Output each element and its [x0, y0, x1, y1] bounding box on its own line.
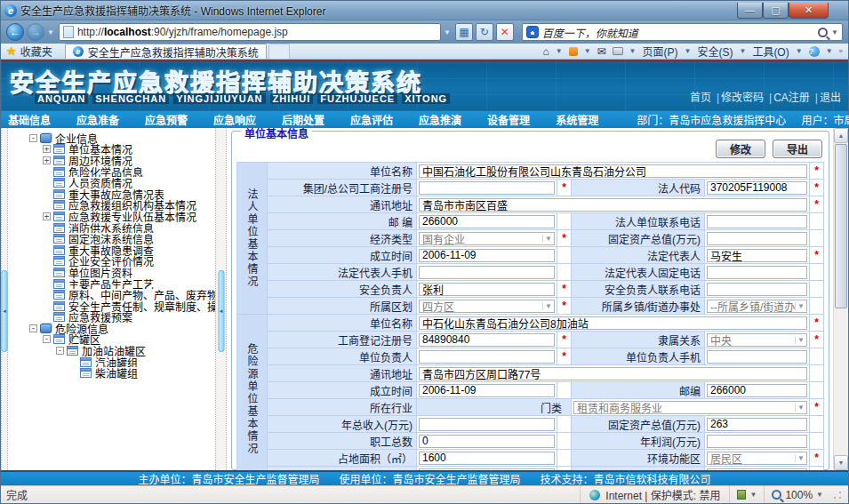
close-button[interactable]: ✕	[789, 3, 829, 19]
field-input[interactable]: 370205F119008	[707, 181, 807, 195]
tree-item[interactable]: +单位基本情况	[8, 144, 215, 156]
field-input[interactable]: 1600	[419, 452, 555, 465]
field-input[interactable]: 266000	[419, 215, 555, 228]
maximize-button[interactable]: ▢	[763, 3, 789, 19]
menu-item[interactable]: 应急预警	[145, 112, 188, 127]
forward-button[interactable]: →	[27, 23, 44, 41]
field-select[interactable]: 国有企业▼	[419, 232, 555, 245]
tree-toggle-icon[interactable]: +	[43, 145, 51, 153]
field-input[interactable]	[707, 232, 807, 245]
nav-history-dropdown-icon[interactable]: ▼	[47, 28, 54, 36]
header-link-2[interactable]: 修改密码	[721, 92, 764, 104]
field-select[interactable]: --所属乡镇/街道办事处--▼	[707, 300, 807, 313]
tree-item[interactable]: +应急救援专业队伍基本情况	[8, 211, 215, 222]
tree-item[interactable]: 消防供水系统信息	[8, 222, 215, 234]
tree-item[interactable]: 柴油罐组	[8, 367, 215, 379]
stop-icon[interactable]: ✕	[496, 23, 514, 41]
field-input[interactable]	[419, 418, 555, 431]
tree-item[interactable]: 危险化学品信息	[8, 166, 215, 178]
tree-item[interactable]: 汽油罐组	[8, 356, 215, 368]
menu-item[interactable]: 后期处置	[282, 112, 324, 127]
tree-item[interactable]: 原料、中间产物、产品、废弃物信息	[8, 289, 215, 300]
field-input[interactable]: 青岛市四方区周口路77号	[419, 367, 807, 380]
scrollbar-thumb[interactable]	[835, 144, 847, 308]
field-input[interactable]	[707, 350, 807, 364]
resize-grip[interactable]	[832, 490, 843, 500]
search-dropdown-icon[interactable]: ▼	[831, 28, 838, 36]
tree-toggle-icon[interactable]: +	[43, 212, 51, 220]
field-input[interactable]	[707, 283, 807, 296]
tree-item[interactable]: -危险源信息	[8, 323, 215, 334]
field-input[interactable]	[419, 266, 555, 279]
field-input[interactable]	[707, 435, 807, 448]
menu-item[interactable]: 应急响应	[213, 112, 256, 127]
tree-item[interactable]: 主要产品生产工艺	[8, 278, 215, 290]
page-menu[interactable]: 页面(P)	[643, 44, 678, 59]
safety-menu[interactable]: 安全(S)	[697, 44, 733, 59]
field-select[interactable]: 中央▼	[707, 333, 807, 347]
field-input[interactable]: 2006-11-09	[419, 249, 555, 262]
field-select[interactable]: 居民区▼	[707, 452, 807, 465]
tools-menu[interactable]: 工具(O)	[752, 44, 789, 59]
modify-button[interactable]: 修改	[716, 140, 765, 158]
tree-item[interactable]: 单位图片资料	[8, 267, 215, 278]
field-input[interactable]	[707, 266, 807, 279]
back-button[interactable]: ←	[6, 23, 24, 41]
scroll-down-icon[interactable]: ▼	[834, 455, 848, 470]
field-input[interactable]: 四方区安监局	[707, 468, 807, 471]
browser-tab[interactable]: e 安全生产应急救援指挥辅助决策系统	[65, 44, 267, 59]
tree-item[interactable]: +周边环境情况	[8, 155, 215, 166]
field-input[interactable]: 84890840	[419, 333, 555, 347]
field-input[interactable]	[419, 350, 555, 364]
tree-item[interactable]: -加油站油罐区	[8, 345, 215, 356]
field-input[interactable]: 马安生	[707, 249, 807, 262]
field-select[interactable]: 租赁和商务服务业▼	[573, 401, 807, 414]
tree-item[interactable]: 企业安全评价情况	[8, 256, 215, 268]
tree-item[interactable]: 固定泡沫系统信息	[8, 233, 215, 244]
tree-toggle-icon[interactable]: -	[29, 134, 37, 142]
menu-item[interactable]: 设备管理	[487, 112, 530, 127]
tree-item[interactable]: 重大事故应急情况表	[8, 188, 215, 200]
help-icon[interactable]: ?	[809, 46, 820, 57]
vertical-scrollbar[interactable]: ▲ ▼	[833, 128, 848, 470]
tree-item[interactable]: 应急救援预案	[8, 312, 215, 324]
tree-item[interactable]: 安全生产责任制、规章制度、操作规程信息	[8, 300, 215, 312]
field-input[interactable]: 中国石油化工股份有限公司山东青岛石油分公司	[419, 164, 807, 178]
field-input[interactable]: 中石化山东青岛石油分公司8加油站	[419, 316, 807, 330]
search-icon[interactable]	[818, 28, 828, 37]
header-link-1[interactable]: 首页	[690, 92, 711, 104]
tree-toggle-icon[interactable]: -	[29, 324, 37, 332]
tree-item[interactable]: 重大事故隐患调查	[8, 244, 215, 256]
field-input[interactable]: 266000	[707, 384, 807, 397]
menu-item[interactable]: 应急推演	[419, 112, 461, 127]
smartscreen-segment[interactable]: ▼	[729, 486, 764, 503]
tree-item[interactable]: 人员资质情况	[8, 177, 215, 188]
export-button[interactable]: 导出	[773, 140, 822, 158]
tree-item[interactable]: -企业信息	[8, 132, 215, 144]
print-icon[interactable]	[613, 47, 623, 55]
feeds-icon[interactable]	[569, 47, 578, 56]
tree-splitter[interactable]: ◂	[215, 128, 227, 470]
search-input[interactable]: 百度一下，你就知道 ▼	[522, 23, 843, 41]
tree-item[interactable]: 应急救援组织机构基本情况	[8, 200, 215, 212]
home-icon[interactable]: ⌂	[542, 45, 549, 58]
address-bar-input[interactable]: http://localhost:90/yjzh/frame/homepage.…	[59, 23, 441, 41]
tree-splitter-handle[interactable]: ◂	[218, 270, 224, 352]
tree-toggle-icon[interactable]: +	[43, 156, 51, 164]
address-dropdown-icon[interactable]: ▼	[444, 28, 451, 36]
favorites-star-icon[interactable]: ★	[6, 44, 17, 58]
menu-item[interactable]: 基础信息	[8, 112, 51, 127]
left-splitter[interactable]: ◂	[1, 128, 8, 470]
menu-item[interactable]: 应急准备	[76, 112, 119, 127]
refresh-icon[interactable]: ↻	[476, 23, 493, 41]
mail-icon[interactable]: ✉	[597, 45, 606, 58]
field-input[interactable]: 263	[707, 418, 807, 431]
field-select[interactable]: 四方区▼	[419, 300, 555, 313]
new-tab-button[interactable]	[268, 44, 290, 59]
scroll-up-icon[interactable]: ▲	[834, 128, 848, 143]
field-input[interactable]: 青岛市市南区百盛	[419, 198, 807, 212]
header-link-3[interactable]: CA注册	[773, 92, 810, 104]
field-input[interactable]: 张利	[419, 283, 555, 296]
field-input[interactable]: 0	[419, 435, 555, 448]
tree-item[interactable]: -贮罐区	[8, 334, 215, 346]
